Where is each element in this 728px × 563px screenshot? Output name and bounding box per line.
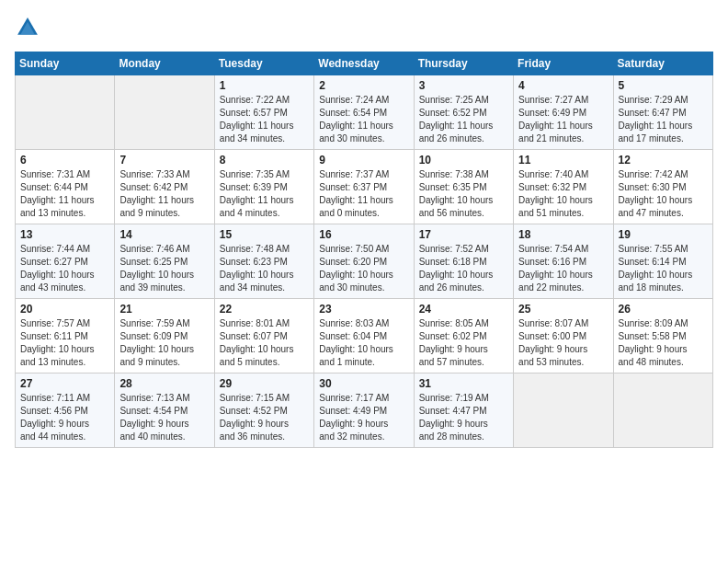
day-number: 2 [319, 79, 408, 92]
calendar-cell: 25Sunrise: 8:07 AM Sunset: 6:00 PM Dayli… [514, 299, 613, 373]
day-number: 26 [619, 303, 708, 316]
day-content: Sunrise: 7:22 AM Sunset: 6:57 PM Dayligh… [220, 94, 309, 145]
day-number: 11 [518, 154, 608, 167]
day-number: 5 [619, 79, 708, 92]
day-number: 27 [20, 377, 109, 390]
day-content: Sunrise: 7:52 AM Sunset: 6:18 PM Dayligh… [419, 243, 508, 294]
day-number: 9 [319, 154, 408, 167]
day-number: 22 [220, 303, 309, 316]
calendar-cell: 6Sunrise: 7:31 AM Sunset: 6:44 PM Daylig… [16, 150, 115, 224]
calendar-cell: 12Sunrise: 7:42 AM Sunset: 6:30 PM Dayli… [613, 150, 712, 224]
calendar-cell: 20Sunrise: 7:57 AM Sunset: 6:11 PM Dayli… [16, 299, 115, 373]
day-content: Sunrise: 7:25 AM Sunset: 6:52 PM Dayligh… [419, 94, 508, 145]
calendar-cell: 14Sunrise: 7:46 AM Sunset: 6:25 PM Dayli… [115, 224, 214, 299]
day-number: 10 [419, 154, 508, 167]
logo [15, 15, 44, 40]
day-number: 31 [419, 377, 508, 390]
calendar-cell [16, 75, 115, 150]
calendar-table: SundayMondayTuesdayWednesdayThursdayFrid… [15, 52, 713, 448]
calendar-cell [115, 75, 214, 150]
calendar-cell: 31Sunrise: 7:19 AM Sunset: 4:47 PM Dayli… [414, 373, 513, 448]
day-content: Sunrise: 7:50 AM Sunset: 6:20 PM Dayligh… [319, 243, 408, 294]
calendar-cell: 9Sunrise: 7:37 AM Sunset: 6:37 PM Daylig… [314, 150, 414, 224]
day-number: 13 [20, 228, 109, 241]
day-content: Sunrise: 7:38 AM Sunset: 6:35 PM Dayligh… [419, 168, 508, 220]
day-number: 25 [518, 303, 608, 316]
calendar-cell: 7Sunrise: 7:33 AM Sunset: 6:42 PM Daylig… [115, 150, 214, 224]
day-number: 21 [119, 303, 209, 316]
logo-icon [15, 15, 40, 40]
day-content: Sunrise: 7:19 AM Sunset: 4:47 PM Dayligh… [419, 392, 508, 443]
calendar-cell: 4Sunrise: 7:27 AM Sunset: 6:49 PM Daylig… [514, 75, 613, 150]
day-content: Sunrise: 8:09 AM Sunset: 5:58 PM Dayligh… [619, 317, 708, 369]
day-number: 7 [119, 154, 209, 167]
day-number: 3 [419, 79, 508, 92]
day-number: 16 [319, 228, 408, 241]
calendar-cell [613, 373, 712, 448]
calendar-cell: 16Sunrise: 7:50 AM Sunset: 6:20 PM Dayli… [314, 224, 414, 299]
day-number: 14 [119, 228, 209, 241]
calendar-row-2: 13Sunrise: 7:44 AM Sunset: 6:27 PM Dayli… [16, 224, 713, 299]
day-content: Sunrise: 8:03 AM Sunset: 6:04 PM Dayligh… [319, 317, 408, 369]
calendar-cell: 21Sunrise: 7:59 AM Sunset: 6:09 PM Dayli… [115, 299, 214, 373]
day-content: Sunrise: 7:13 AM Sunset: 4:54 PM Dayligh… [119, 392, 209, 443]
day-content: Sunrise: 7:35 AM Sunset: 6:39 PM Dayligh… [220, 168, 309, 220]
calendar-cell: 15Sunrise: 7:48 AM Sunset: 6:23 PM Dayli… [214, 224, 313, 299]
day-number: 17 [419, 228, 508, 241]
day-content: Sunrise: 7:48 AM Sunset: 6:23 PM Dayligh… [220, 243, 309, 294]
day-number: 29 [220, 377, 309, 390]
day-content: Sunrise: 7:33 AM Sunset: 6:42 PM Dayligh… [119, 168, 209, 220]
weekday-header-monday: Monday [115, 52, 214, 75]
day-content: Sunrise: 7:55 AM Sunset: 6:14 PM Dayligh… [619, 243, 708, 294]
calendar-row-0: 1Sunrise: 7:22 AM Sunset: 6:57 PM Daylig… [16, 75, 713, 150]
day-number: 19 [619, 228, 708, 241]
calendar-cell: 29Sunrise: 7:15 AM Sunset: 4:52 PM Dayli… [214, 373, 313, 448]
day-content: Sunrise: 7:44 AM Sunset: 6:27 PM Dayligh… [20, 243, 109, 294]
day-number: 20 [20, 303, 109, 316]
day-number: 28 [119, 377, 209, 390]
calendar-cell: 23Sunrise: 8:03 AM Sunset: 6:04 PM Dayli… [314, 299, 414, 373]
day-content: Sunrise: 7:15 AM Sunset: 4:52 PM Dayligh… [220, 392, 309, 443]
calendar-cell: 26Sunrise: 8:09 AM Sunset: 5:58 PM Dayli… [613, 299, 712, 373]
day-content: Sunrise: 8:05 AM Sunset: 6:02 PM Dayligh… [419, 317, 508, 369]
page-header [15, 15, 713, 40]
calendar-cell: 18Sunrise: 7:54 AM Sunset: 6:16 PM Dayli… [514, 224, 613, 299]
calendar-cell: 19Sunrise: 7:55 AM Sunset: 6:14 PM Dayli… [613, 224, 712, 299]
day-content: Sunrise: 7:57 AM Sunset: 6:11 PM Dayligh… [20, 317, 109, 369]
day-number: 12 [619, 154, 708, 167]
day-content: Sunrise: 7:29 AM Sunset: 6:47 PM Dayligh… [619, 94, 708, 145]
day-number: 30 [319, 377, 408, 390]
calendar-cell [514, 373, 613, 448]
day-number: 8 [220, 154, 309, 167]
day-number: 23 [319, 303, 408, 316]
day-content: Sunrise: 7:17 AM Sunset: 4:49 PM Dayligh… [319, 392, 408, 443]
calendar-cell: 3Sunrise: 7:25 AM Sunset: 6:52 PM Daylig… [414, 75, 513, 150]
weekday-header-row: SundayMondayTuesdayWednesdayThursdayFrid… [16, 52, 713, 75]
day-number: 1 [220, 79, 309, 92]
calendar-row-4: 27Sunrise: 7:11 AM Sunset: 4:56 PM Dayli… [16, 373, 713, 448]
weekday-header-friday: Friday [514, 52, 613, 75]
day-number: 15 [220, 228, 309, 241]
calendar-cell: 17Sunrise: 7:52 AM Sunset: 6:18 PM Dayli… [414, 224, 513, 299]
calendar-cell: 11Sunrise: 7:40 AM Sunset: 6:32 PM Dayli… [514, 150, 613, 224]
calendar-cell: 2Sunrise: 7:24 AM Sunset: 6:54 PM Daylig… [314, 75, 414, 150]
day-number: 6 [20, 154, 109, 167]
calendar-cell: 10Sunrise: 7:38 AM Sunset: 6:35 PM Dayli… [414, 150, 513, 224]
day-content: Sunrise: 7:54 AM Sunset: 6:16 PM Dayligh… [518, 243, 608, 294]
weekday-header-sunday: Sunday [16, 52, 115, 75]
calendar-cell: 28Sunrise: 7:13 AM Sunset: 4:54 PM Dayli… [115, 373, 214, 448]
day-content: Sunrise: 7:59 AM Sunset: 6:09 PM Dayligh… [119, 317, 209, 369]
weekday-header-thursday: Thursday [414, 52, 513, 75]
calendar-row-1: 6Sunrise: 7:31 AM Sunset: 6:44 PM Daylig… [16, 150, 713, 224]
calendar-cell: 5Sunrise: 7:29 AM Sunset: 6:47 PM Daylig… [613, 75, 712, 150]
calendar-cell: 22Sunrise: 8:01 AM Sunset: 6:07 PM Dayli… [214, 299, 313, 373]
day-content: Sunrise: 7:31 AM Sunset: 6:44 PM Dayligh… [20, 168, 109, 220]
calendar-cell: 27Sunrise: 7:11 AM Sunset: 4:56 PM Dayli… [16, 373, 115, 448]
day-content: Sunrise: 7:40 AM Sunset: 6:32 PM Dayligh… [518, 168, 608, 220]
day-content: Sunrise: 8:07 AM Sunset: 6:00 PM Dayligh… [518, 317, 608, 369]
weekday-header-saturday: Saturday [613, 52, 712, 75]
weekday-header-tuesday: Tuesday [214, 52, 313, 75]
calendar-cell: 24Sunrise: 8:05 AM Sunset: 6:02 PM Dayli… [414, 299, 513, 373]
calendar-cell: 1Sunrise: 7:22 AM Sunset: 6:57 PM Daylig… [214, 75, 313, 150]
day-content: Sunrise: 7:42 AM Sunset: 6:30 PM Dayligh… [619, 168, 708, 220]
